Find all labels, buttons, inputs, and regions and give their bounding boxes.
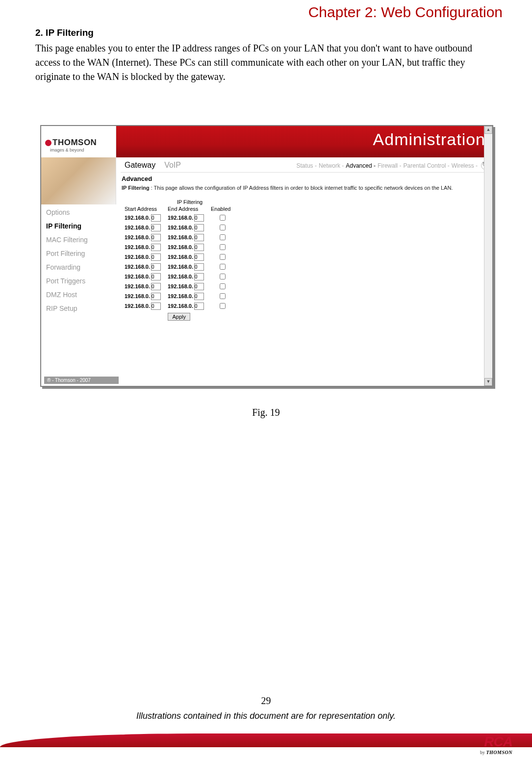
start-octet-input[interactable] xyxy=(151,224,161,231)
enabled-checkbox[interactable] xyxy=(220,244,226,250)
vertical-scrollbar[interactable]: ▲ ▼ xyxy=(484,126,492,386)
end-address-cell: 192.168.0. xyxy=(168,252,211,262)
start-address-cell: 192.168.0. xyxy=(125,291,168,301)
end-octet-input[interactable] xyxy=(194,273,204,280)
ip-filter-table: IP Filtering Start Address End Address E… xyxy=(125,199,488,321)
apply-button[interactable]: Apply xyxy=(168,313,190,321)
start-octet-input[interactable] xyxy=(151,283,161,290)
logo-block: THOMSON images & beyond xyxy=(41,126,116,204)
enabled-checkbox[interactable] xyxy=(220,225,226,230)
enabled-checkbox[interactable] xyxy=(220,234,226,240)
page-footer: RCA by THOMSON xyxy=(0,731,532,758)
enabled-cell xyxy=(211,272,233,281)
ip-filter-row: 192.168.0.192.168.0. xyxy=(125,213,233,223)
scroll-down-icon[interactable]: ▼ xyxy=(484,378,492,386)
end-address-cell: 192.168.0. xyxy=(168,272,211,281)
start-octet-input[interactable] xyxy=(151,214,161,222)
start-octet-input[interactable] xyxy=(151,273,161,280)
hero-image xyxy=(41,157,116,204)
end-address-cell: 192.168.0. xyxy=(168,213,211,223)
main-tab-voip[interactable]: VoIP xyxy=(164,161,181,169)
sub-nav: Status -Network -Advanced -Firewall -Par… xyxy=(296,162,479,169)
banner-title: Administration xyxy=(373,130,485,149)
enabled-checkbox[interactable] xyxy=(220,274,226,279)
end-octet-input[interactable] xyxy=(194,263,204,271)
sidebar-item-options[interactable]: Options xyxy=(41,205,116,219)
sub-tab-firewall[interactable]: Firewall - xyxy=(378,162,402,169)
start-octet-input[interactable] xyxy=(151,253,161,261)
ip-filter-row: 192.168.0.192.168.0. xyxy=(125,272,233,281)
screenshot-frame: Administration THOMSON images & beyond O… xyxy=(40,125,493,387)
enabled-checkbox[interactable] xyxy=(220,293,226,299)
start-octet-input[interactable] xyxy=(151,234,161,241)
start-address-cell: 192.168.0. xyxy=(125,281,168,291)
sidebar-item-port-triggers[interactable]: Port Triggers xyxy=(41,274,116,288)
start-address-cell: 192.168.0. xyxy=(125,232,168,242)
sub-tab-advanced[interactable]: Advanced - xyxy=(346,162,376,169)
enabled-checkbox[interactable] xyxy=(220,215,226,221)
start-octet-input[interactable] xyxy=(151,244,161,251)
enabled-cell xyxy=(211,223,233,232)
table-caption: IP Filtering xyxy=(125,199,255,205)
start-octet-input[interactable] xyxy=(151,303,161,310)
start-address-cell: 192.168.0. xyxy=(125,213,168,223)
enabled-cell xyxy=(211,252,233,262)
start-address-cell: 192.168.0. xyxy=(125,272,168,281)
sidebar-item-mac-filtering[interactable]: MAC Filtering xyxy=(41,233,116,247)
sidebar-item-port-filtering[interactable]: Port Filtering xyxy=(41,247,116,260)
col-end-address: End Address xyxy=(168,206,211,213)
enabled-cell xyxy=(211,291,233,301)
sub-tab-parental-control[interactable]: Parental Control - xyxy=(404,162,450,169)
scroll-up-icon[interactable]: ▲ xyxy=(484,126,492,134)
end-octet-input[interactable] xyxy=(194,303,204,310)
start-address-cell: 192.168.0. xyxy=(125,262,168,272)
end-octet-input[interactable] xyxy=(194,214,204,222)
col-start-address: Start Address xyxy=(125,206,168,213)
end-octet-input[interactable] xyxy=(194,283,204,290)
start-octet-input[interactable] xyxy=(151,263,161,271)
sidebar-item-forwarding[interactable]: Forwarding xyxy=(41,260,116,274)
thomson-logo: THOMSON xyxy=(45,138,97,148)
ip-filter-row: 192.168.0.192.168.0. xyxy=(125,252,233,262)
apply-row: Apply xyxy=(125,311,233,321)
chapter-title: Chapter 2: Web Configuration xyxy=(308,4,503,21)
sidebar-item-dmz-host[interactable]: DMZ Host xyxy=(41,288,116,302)
end-octet-input[interactable] xyxy=(194,253,204,261)
sub-tab-wireless[interactable]: Wireless - xyxy=(452,162,478,169)
sidebar-item-rip-setup[interactable]: RIP Setup xyxy=(41,302,116,315)
content-title: Advanced xyxy=(122,175,488,182)
desc-text: : This page allows the configuration of … xyxy=(150,185,453,191)
rca-subtext: by THOMSON xyxy=(480,750,512,755)
ip-filter-row: 192.168.0.192.168.0. xyxy=(125,301,233,311)
content-description: IP Filtering : This page allows the conf… xyxy=(122,184,485,191)
end-address-cell: 192.168.0. xyxy=(168,232,211,242)
end-octet-input[interactable] xyxy=(194,224,204,231)
figure-caption: Fig. 19 xyxy=(0,407,532,418)
rca-by: by xyxy=(480,750,486,755)
body-paragraph: This page enables you to enter the IP ad… xyxy=(35,41,496,84)
end-octet-input[interactable] xyxy=(194,234,204,241)
document-page: Chapter 2: Web Configuration 2. IP Filte… xyxy=(0,0,532,758)
sub-tab-status[interactable]: Status - xyxy=(297,162,317,169)
start-address-cell: 192.168.0. xyxy=(125,301,168,311)
page-number: 29 xyxy=(0,695,532,707)
enabled-checkbox[interactable] xyxy=(220,303,226,309)
rca-thomson: THOMSON xyxy=(486,750,512,755)
start-octet-input[interactable] xyxy=(151,293,161,300)
sub-tab-network[interactable]: Network - xyxy=(319,162,344,169)
end-octet-input[interactable] xyxy=(194,293,204,300)
end-address-cell: 192.168.0. xyxy=(168,242,211,252)
enabled-checkbox[interactable] xyxy=(220,283,226,289)
rca-logo-block: RCA by THOMSON xyxy=(480,734,512,755)
rca-logo: RCA xyxy=(480,734,512,750)
end-address-cell: 192.168.0. xyxy=(168,223,211,232)
col-enabled: Enabled xyxy=(211,206,233,213)
section-heading: 2. IP Filtering xyxy=(35,27,94,38)
end-octet-input[interactable] xyxy=(194,244,204,251)
enabled-checkbox[interactable] xyxy=(220,264,226,270)
sidebar-item-ip-filtering[interactable]: IP Filtering xyxy=(41,219,116,233)
start-address-cell: 192.168.0. xyxy=(125,242,168,252)
main-tab-gateway[interactable]: Gateway xyxy=(125,161,155,169)
enabled-cell xyxy=(211,281,233,291)
enabled-checkbox[interactable] xyxy=(220,254,226,260)
